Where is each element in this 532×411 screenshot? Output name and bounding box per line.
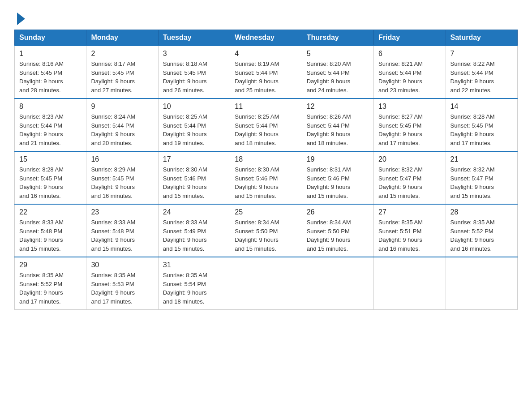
day-info: Sunrise: 8:35 AMSunset: 5:52 PMDaylight:… bbox=[19, 271, 82, 306]
day-number: 15 bbox=[19, 155, 82, 163]
page-header bbox=[14, 11, 518, 24]
day-info: Sunrise: 8:35 AMSunset: 5:52 PMDaylight:… bbox=[450, 218, 513, 253]
day-number: 14 bbox=[450, 103, 513, 111]
day-info: Sunrise: 8:31 AMSunset: 5:46 PMDaylight:… bbox=[307, 165, 369, 200]
calendar-cell: 28Sunrise: 8:35 AMSunset: 5:52 PMDayligh… bbox=[446, 204, 517, 257]
week-row-5: 29Sunrise: 8:35 AMSunset: 5:52 PMDayligh… bbox=[15, 257, 518, 310]
day-info: Sunrise: 8:33 AMSunset: 5:49 PMDaylight:… bbox=[163, 218, 225, 253]
calendar-cell: 4Sunrise: 8:19 AMSunset: 5:44 PMDaylight… bbox=[230, 46, 302, 98]
calendar-cell: 5Sunrise: 8:20 AMSunset: 5:44 PMDaylight… bbox=[302, 46, 373, 98]
calendar-cell: 20Sunrise: 8:32 AMSunset: 5:47 PMDayligh… bbox=[374, 151, 446, 204]
week-row-4: 22Sunrise: 8:33 AMSunset: 5:48 PMDayligh… bbox=[15, 204, 518, 257]
calendar-cell bbox=[374, 257, 446, 310]
day-number: 3 bbox=[163, 50, 225, 58]
day-number: 7 bbox=[450, 50, 513, 58]
day-number: 6 bbox=[378, 50, 441, 58]
day-info: Sunrise: 8:24 AMSunset: 5:44 PMDaylight:… bbox=[91, 112, 153, 147]
calendar-cell bbox=[302, 257, 373, 310]
day-number: 18 bbox=[235, 155, 297, 163]
day-number: 16 bbox=[91, 155, 153, 163]
day-number: 8 bbox=[19, 103, 82, 111]
day-number: 1 bbox=[19, 50, 82, 58]
calendar-table: SundayMondayTuesdayWednesdayThursdayFrid… bbox=[14, 30, 518, 310]
day-info: Sunrise: 8:32 AMSunset: 5:47 PMDaylight:… bbox=[450, 165, 513, 200]
day-number: 28 bbox=[450, 208, 513, 216]
weekday-header-monday: Monday bbox=[86, 30, 158, 46]
day-info: Sunrise: 8:16 AMSunset: 5:45 PMDaylight:… bbox=[19, 60, 82, 94]
day-number: 9 bbox=[91, 103, 153, 111]
day-info: Sunrise: 8:35 AMSunset: 5:54 PMDaylight:… bbox=[163, 271, 225, 306]
day-number: 13 bbox=[378, 103, 441, 111]
weekday-header-saturday: Saturday bbox=[446, 30, 517, 46]
week-row-1: 1Sunrise: 8:16 AMSunset: 5:45 PMDaylight… bbox=[15, 46, 518, 98]
calendar-cell: 30Sunrise: 8:35 AMSunset: 5:53 PMDayligh… bbox=[86, 257, 158, 310]
calendar-cell: 14Sunrise: 8:28 AMSunset: 5:45 PMDayligh… bbox=[446, 98, 517, 151]
calendar-cell: 8Sunrise: 8:23 AMSunset: 5:44 PMDaylight… bbox=[15, 98, 86, 151]
week-row-3: 15Sunrise: 8:28 AMSunset: 5:45 PMDayligh… bbox=[15, 151, 518, 204]
calendar-cell: 29Sunrise: 8:35 AMSunset: 5:52 PMDayligh… bbox=[15, 257, 86, 310]
day-info: Sunrise: 8:25 AMSunset: 5:44 PMDaylight:… bbox=[235, 112, 297, 147]
day-number: 23 bbox=[91, 208, 153, 216]
calendar-cell: 16Sunrise: 8:29 AMSunset: 5:45 PMDayligh… bbox=[86, 151, 158, 204]
day-number: 22 bbox=[19, 208, 82, 216]
weekday-header-row: SundayMondayTuesdayWednesdayThursdayFrid… bbox=[15, 30, 518, 46]
day-info: Sunrise: 8:33 AMSunset: 5:48 PMDaylight:… bbox=[19, 218, 82, 253]
day-info: Sunrise: 8:28 AMSunset: 5:45 PMDaylight:… bbox=[450, 112, 513, 147]
weekday-header-tuesday: Tuesday bbox=[158, 30, 230, 46]
week-row-2: 8Sunrise: 8:23 AMSunset: 5:44 PMDaylight… bbox=[15, 98, 518, 151]
day-info: Sunrise: 8:22 AMSunset: 5:44 PMDaylight:… bbox=[450, 60, 513, 94]
day-number: 17 bbox=[163, 155, 225, 163]
calendar-cell: 31Sunrise: 8:35 AMSunset: 5:54 PMDayligh… bbox=[158, 257, 230, 310]
day-number: 31 bbox=[163, 261, 225, 269]
calendar-cell: 7Sunrise: 8:22 AMSunset: 5:44 PMDaylight… bbox=[446, 46, 517, 98]
day-number: 26 bbox=[307, 208, 369, 216]
day-number: 5 bbox=[307, 50, 369, 58]
day-info: Sunrise: 8:28 AMSunset: 5:45 PMDaylight:… bbox=[19, 165, 82, 200]
weekday-header-friday: Friday bbox=[374, 30, 446, 46]
day-info: Sunrise: 8:35 AMSunset: 5:53 PMDaylight:… bbox=[91, 271, 153, 306]
day-info: Sunrise: 8:18 AMSunset: 5:45 PMDaylight:… bbox=[163, 60, 225, 94]
day-info: Sunrise: 8:27 AMSunset: 5:45 PMDaylight:… bbox=[378, 112, 441, 147]
day-number: 25 bbox=[235, 208, 297, 216]
calendar-cell: 13Sunrise: 8:27 AMSunset: 5:45 PMDayligh… bbox=[374, 98, 446, 151]
day-number: 24 bbox=[163, 208, 225, 216]
day-info: Sunrise: 8:32 AMSunset: 5:47 PMDaylight:… bbox=[378, 165, 441, 200]
calendar-cell: 17Sunrise: 8:30 AMSunset: 5:46 PMDayligh… bbox=[158, 151, 230, 204]
calendar-cell bbox=[230, 257, 302, 310]
day-number: 30 bbox=[91, 261, 153, 269]
logo bbox=[14, 14, 25, 24]
calendar-cell: 9Sunrise: 8:24 AMSunset: 5:44 PMDaylight… bbox=[86, 98, 158, 151]
calendar-cell: 3Sunrise: 8:18 AMSunset: 5:45 PMDaylight… bbox=[158, 46, 230, 98]
calendar-cell: 26Sunrise: 8:34 AMSunset: 5:50 PMDayligh… bbox=[302, 204, 373, 257]
weekday-header-thursday: Thursday bbox=[302, 30, 373, 46]
day-info: Sunrise: 8:34 AMSunset: 5:50 PMDaylight:… bbox=[307, 218, 369, 253]
day-number: 2 bbox=[91, 50, 153, 58]
calendar-cell: 24Sunrise: 8:33 AMSunset: 5:49 PMDayligh… bbox=[158, 204, 230, 257]
calendar-cell: 11Sunrise: 8:25 AMSunset: 5:44 PMDayligh… bbox=[230, 98, 302, 151]
day-number: 21 bbox=[450, 155, 513, 163]
calendar-cell: 19Sunrise: 8:31 AMSunset: 5:46 PMDayligh… bbox=[302, 151, 373, 204]
day-number: 10 bbox=[163, 103, 225, 111]
calendar-cell: 10Sunrise: 8:25 AMSunset: 5:44 PMDayligh… bbox=[158, 98, 230, 151]
calendar-cell: 18Sunrise: 8:30 AMSunset: 5:46 PMDayligh… bbox=[230, 151, 302, 204]
calendar-cell: 23Sunrise: 8:33 AMSunset: 5:48 PMDayligh… bbox=[86, 204, 158, 257]
day-number: 20 bbox=[378, 155, 441, 163]
calendar-cell: 21Sunrise: 8:32 AMSunset: 5:47 PMDayligh… bbox=[446, 151, 517, 204]
day-info: Sunrise: 8:20 AMSunset: 5:44 PMDaylight:… bbox=[307, 60, 369, 94]
day-info: Sunrise: 8:19 AMSunset: 5:44 PMDaylight:… bbox=[235, 60, 297, 94]
day-info: Sunrise: 8:33 AMSunset: 5:48 PMDaylight:… bbox=[91, 218, 153, 253]
day-info: Sunrise: 8:30 AMSunset: 5:46 PMDaylight:… bbox=[163, 165, 225, 200]
day-info: Sunrise: 8:23 AMSunset: 5:44 PMDaylight:… bbox=[19, 112, 82, 147]
calendar-cell: 22Sunrise: 8:33 AMSunset: 5:48 PMDayligh… bbox=[15, 204, 86, 257]
day-info: Sunrise: 8:30 AMSunset: 5:46 PMDaylight:… bbox=[235, 165, 297, 200]
calendar-cell: 15Sunrise: 8:28 AMSunset: 5:45 PMDayligh… bbox=[15, 151, 86, 204]
day-info: Sunrise: 8:29 AMSunset: 5:45 PMDaylight:… bbox=[91, 165, 153, 200]
weekday-header-wednesday: Wednesday bbox=[230, 30, 302, 46]
day-info: Sunrise: 8:21 AMSunset: 5:44 PMDaylight:… bbox=[378, 60, 441, 94]
day-info: Sunrise: 8:35 AMSunset: 5:51 PMDaylight:… bbox=[378, 218, 441, 253]
logo-arrow-icon bbox=[17, 13, 25, 25]
day-number: 11 bbox=[235, 103, 297, 111]
day-info: Sunrise: 8:25 AMSunset: 5:44 PMDaylight:… bbox=[163, 112, 225, 147]
calendar-cell: 12Sunrise: 8:26 AMSunset: 5:44 PMDayligh… bbox=[302, 98, 373, 151]
day-number: 29 bbox=[19, 261, 82, 269]
